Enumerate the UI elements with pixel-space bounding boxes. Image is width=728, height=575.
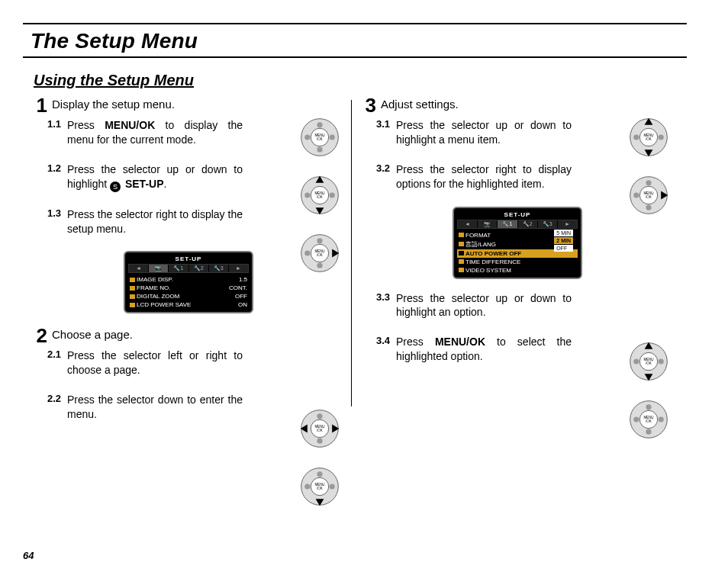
svg-text:/OK: /OK: [317, 487, 323, 490]
step-3: 3 Adjust settings.: [362, 95, 672, 115]
svg-point-30: [317, 413, 322, 419]
section-subtitle: Using the Setup Menu: [34, 72, 705, 89]
svg-point-7: [317, 147, 322, 153]
lcd-row: IMAGE DISP.1.5: [128, 275, 249, 284]
lcd-row: TIME DIFFERENCE: [457, 258, 578, 266]
svg-point-31: [317, 438, 322, 444]
svg-point-14: [304, 192, 310, 198]
lcd-tab: ►: [229, 265, 248, 272]
setup-dot-icon: S: [110, 181, 121, 192]
lcd-title: SET-UP: [457, 211, 578, 218]
selector-press-icon: MENU/OK: [628, 399, 669, 443]
substep-text: Press the selector right to display opti…: [396, 162, 572, 191]
svg-point-23: [317, 263, 322, 268]
step-number: 1: [34, 95, 47, 115]
substep-number: 1.3: [47, 207, 63, 236]
lcd-tab: 🔧1: [169, 265, 188, 272]
svg-text:/OK: /OK: [317, 137, 323, 141]
svg-point-53: [633, 192, 639, 198]
lcd-option-selected: 2 MIN: [554, 237, 573, 244]
substep-2-1: 2.1 Press the selector left or right to …: [47, 349, 343, 377]
lcd-row: FRAME NO.CONT.: [128, 284, 249, 292]
svg-point-46: [633, 134, 639, 140]
lcd-tab: 🔧3: [538, 220, 557, 228]
svg-point-63: [659, 358, 664, 364]
svg-text:/OK: /OK: [646, 361, 652, 365]
svg-point-71: [646, 429, 651, 435]
substep-text: Press MENU/OK to display the menu for th…: [67, 118, 243, 147]
svg-point-4: [304, 134, 310, 140]
step-heading: Display the setup menu.: [52, 95, 175, 115]
svg-point-38: [330, 483, 335, 489]
selector-right-icon: MENU/OK: [628, 175, 669, 219]
substep-text: Press the selector left or right to choo…: [67, 349, 243, 377]
substep-text: Press the selector up or down to highlig…: [67, 162, 243, 192]
substep-number: 3.1: [376, 118, 391, 147]
substep-text: Press the selector right to display the …: [67, 207, 243, 236]
selector-updown-icon: MENU/OK: [628, 341, 669, 385]
lcd-option: 5 MIN: [554, 230, 573, 236]
svg-point-62: [633, 358, 639, 364]
svg-point-47: [659, 134, 664, 140]
right-column: 3 Adjust settings. 3.1 Press the selecto…: [352, 95, 680, 437]
svg-point-5: [330, 134, 335, 140]
lcd-tab: ◄: [129, 265, 148, 272]
substep-text: Press the selector up or down to highlig…: [396, 118, 572, 147]
svg-text:/OK: /OK: [317, 429, 323, 432]
step-number: 2: [34, 326, 47, 345]
substep-text: Press the selector down to enter the men…: [67, 393, 243, 422]
lcd-tab: 🔧2: [518, 220, 537, 228]
substep-text: Press the selector up or down to highlig…: [396, 291, 572, 320]
lcd-tab: 📷: [478, 220, 497, 228]
svg-point-55: [646, 205, 651, 210]
step-2: 2 Choose a page.: [34, 326, 343, 345]
left-column: 1 Display the setup menu. 1.1 Press MENU…: [23, 95, 351, 437]
selector-updown-icon: MENU/OK: [628, 117, 669, 161]
substep-number: 2.1: [47, 349, 63, 377]
substep-number: 1.1: [47, 118, 63, 147]
lcd-screenshot-1: SET-UP ◄ 📷 🔧1 🔧2 🔧3 ► IMAGE DISP.1.5 FRA…: [124, 251, 253, 313]
lcd-tab-active: 📷: [149, 265, 168, 272]
substep-text: Press MENU/OK to select the highlighted …: [396, 335, 572, 364]
svg-point-15: [330, 192, 335, 198]
substep-number: 3.3: [376, 291, 391, 320]
svg-point-21: [304, 250, 310, 255]
lcd-tab: ►: [558, 220, 577, 228]
lcd-row: DIGITAL ZOOMOFF: [128, 292, 249, 300]
selector-right-icon: MENU/OK: [299, 233, 340, 277]
page-number: 64: [23, 550, 34, 561]
selector-leftright-icon: MENU/OK: [299, 408, 340, 452]
lcd-tab: ◄: [458, 220, 477, 228]
svg-point-6: [317, 122, 322, 127]
step-number: 3: [362, 95, 376, 115]
svg-point-68: [633, 416, 639, 422]
lcd-options-popup: 5 MIN 2 MIN OFF: [554, 230, 573, 252]
step-heading: Adjust settings.: [381, 95, 459, 115]
lcd-screenshot-2: SET-UP ◄ 📷 🔧1 🔧2 🔧3 ► FORMAT 言語/LANG AUT…: [453, 207, 582, 279]
lcd-tab: 🔧3: [209, 265, 228, 272]
svg-text:/OK: /OK: [646, 419, 652, 423]
lcd-tab: 🔧2: [189, 265, 208, 272]
lcd-tabs: ◄ 📷 🔧1 🔧2 🔧3 ►: [128, 264, 249, 273]
lcd-rows: IMAGE DISP.1.5 FRAME NO.CONT. DIGITAL ZO…: [128, 275, 249, 309]
substep-3-3: 3.3 Press the selector up or down to hig…: [376, 291, 672, 320]
selector-down-icon: MENU/OK: [299, 466, 340, 510]
svg-point-54: [646, 180, 651, 185]
lcd-row: VIDEO SYSTEM: [457, 266, 578, 275]
columns: 1 Display the setup menu. 1.1 Press MENU…: [23, 95, 705, 437]
step-heading: Choose a page.: [52, 326, 133, 345]
svg-point-39: [317, 471, 322, 477]
selector-updown-icon: MENU/OK: [299, 175, 340, 219]
svg-point-70: [646, 404, 651, 410]
svg-text:/OK: /OK: [317, 195, 323, 199]
substep-number: 1.2: [47, 162, 63, 192]
svg-point-69: [659, 416, 664, 422]
lcd-tab-active: 🔧1: [498, 220, 517, 228]
svg-text:/OK: /OK: [646, 195, 652, 199]
lcd-option: OFF: [554, 245, 573, 252]
step-1: 1 Display the setup menu.: [34, 95, 343, 115]
substep-number: 3.2: [376, 162, 391, 191]
substep-number: 2.2: [47, 393, 63, 422]
lcd-title: SET-UP: [128, 255, 249, 262]
svg-point-22: [317, 238, 322, 243]
